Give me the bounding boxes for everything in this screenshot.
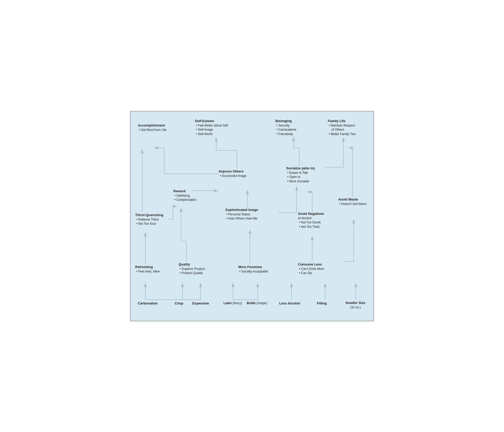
node-avoid-waste: Avoid Waste Doesn't Get Warm — [338, 197, 366, 206]
more-feminine-title: More Feminine — [238, 265, 268, 269]
more-feminine-bullet-0: Socially Acceptable — [238, 269, 268, 274]
node-bottle: Bottle (shape) — [247, 301, 267, 305]
sophisticated-image-bullet-0: Personal Status — [225, 212, 258, 217]
avoid-negatives-bullet-0: Not Too Drunk — [298, 220, 324, 225]
node-self-esteem: Self-Esteem Feel Better about Self Self-… — [195, 119, 228, 137]
reward-title: Reward — [173, 189, 196, 194]
family-life-title: Family Life — [328, 119, 356, 123]
node-socialize: Socialize (able to) Easier to Talk Open … — [286, 166, 315, 184]
node-smaller-size: Smaller Size (10 oz.) — [345, 301, 365, 310]
self-esteem-bullet-2: Self-Worth — [195, 132, 228, 136]
quality-bullet-1: Product Quality — [179, 271, 205, 275]
node-accomplishment: Accomplishment Get Most from Life — [138, 123, 166, 132]
node-avoid-negatives: Avoid Negatives of Alcohol Not Too Drunk… — [298, 211, 324, 229]
socialize-bullet-1: Open to — [286, 175, 315, 179]
sophisticated-image-title: Sophisticated Image — [225, 208, 258, 212]
reward-bullet-0: Satisfying — [173, 194, 196, 198]
avoid-negatives-bullet-1: Not Too Tired — [298, 225, 324, 229]
node-sophisticated-image: Sophisticated Image Personal Status How … — [225, 208, 258, 221]
quality-bullet-0: Superior Product — [179, 267, 205, 271]
self-esteem-bullet-0: Feel Better about Self — [195, 123, 228, 128]
accomplishment-bullet-0: Get Most from Life — [138, 128, 166, 132]
crisp-title: Crisp — [175, 301, 183, 306]
avoid-negatives-subtitle: of Alcohol — [298, 216, 324, 221]
smaller-size-subtitle: (10 oz.) — [345, 305, 365, 310]
node-impress-others: Impress Others Successful Image — [219, 169, 246, 178]
socialize-bullet-0: Easier to Talk — [286, 171, 315, 175]
avoid-waste-title: Avoid Waste — [338, 197, 366, 202]
less-alcohol-title: Less Alcohol — [279, 301, 300, 306]
smaller-size-title: Smaller Size — [345, 301, 365, 305]
thirst-quenching-title: Thirst-Quenching — [135, 213, 163, 217]
node-family-life: Family Life Maintain Respect of Others B… — [328, 119, 356, 137]
family-life-sub: of Others — [328, 128, 356, 132]
node-expensive: Expensive — [192, 301, 209, 306]
belonging-bullet-0: Security — [275, 123, 296, 128]
avoid-negatives-title: Avoid Negatives — [298, 211, 324, 216]
node-label: Label (fancy) — [223, 301, 242, 305]
accomplishment-title: Accomplishment — [138, 123, 166, 128]
impress-others-bullet-0: Successful Image — [219, 174, 246, 178]
node-quality: Quality Superior Product Product Quality — [179, 262, 205, 276]
self-esteem-bullet-1: Self-Image — [195, 128, 228, 132]
consume-less-bullet-0: Can't Drink More — [298, 267, 324, 271]
node-consume-less: Consume Less Can't Drink More Can Sip — [298, 262, 324, 276]
family-life-bullet-0: Maintain Respect — [328, 123, 356, 128]
refreshing-title: Refreshing — [135, 265, 160, 269]
consume-less-bullet-1: Can Sip — [298, 271, 324, 275]
socialize-title: Socialize (able to) — [286, 166, 315, 171]
reward-bullet-1: Compensation — [173, 198, 196, 202]
quality-title: Quality — [179, 262, 205, 267]
node-thirst-quenching: Thirst-Quenching Relieves Thirst Not Too… — [135, 213, 163, 226]
belonging-title: Belonging — [275, 119, 296, 123]
node-less-alcohol: Less Alcohol — [279, 301, 300, 306]
bottle-title: Bottle (shape) — [247, 301, 267, 305]
sophisticated-image-bullet-1: How Others View Me — [225, 216, 258, 221]
node-refreshing: Refreshing Feel Alert, Alive — [135, 265, 160, 274]
node-belonging: Belonging Security Camaraderie Friendshi… — [275, 119, 296, 137]
family-life-bullet-1: Better Family Ties — [328, 132, 356, 136]
self-esteem-title: Self-Esteem — [195, 119, 228, 123]
belonging-bullet-1: Camaraderie — [275, 128, 296, 132]
thirst-quenching-bullet-1: Not Too Sour — [135, 222, 163, 226]
expensive-title: Expensive — [192, 301, 209, 306]
diagram-container: Accomplishment Get Most from Life Self-E… — [130, 111, 374, 321]
filling-title: Filling — [317, 301, 327, 306]
avoid-waste-bullet-0: Doesn't Get Warm — [338, 202, 366, 206]
node-crisp: Crisp — [175, 301, 183, 306]
belonging-bullet-2: Friendship — [275, 132, 296, 136]
node-carbonation: Carbonation — [138, 301, 158, 306]
impress-others-title: Impress Others — [219, 169, 246, 174]
thirst-quenching-bullet-0: Relieves Thirst — [135, 217, 163, 222]
refreshing-bullet-0: Feel Alert, Alive — [135, 269, 160, 274]
node-filling: Filling — [317, 301, 327, 306]
consume-less-title: Consume Less — [298, 262, 324, 267]
node-more-feminine: More Feminine Socially Acceptable — [238, 265, 268, 274]
carbonation-title: Carbonation — [138, 301, 158, 306]
label-title: Label (fancy) — [223, 301, 242, 305]
socialize-bullet-2: More Sociable — [286, 179, 315, 184]
node-reward: Reward Satisfying Compensation — [173, 189, 196, 202]
